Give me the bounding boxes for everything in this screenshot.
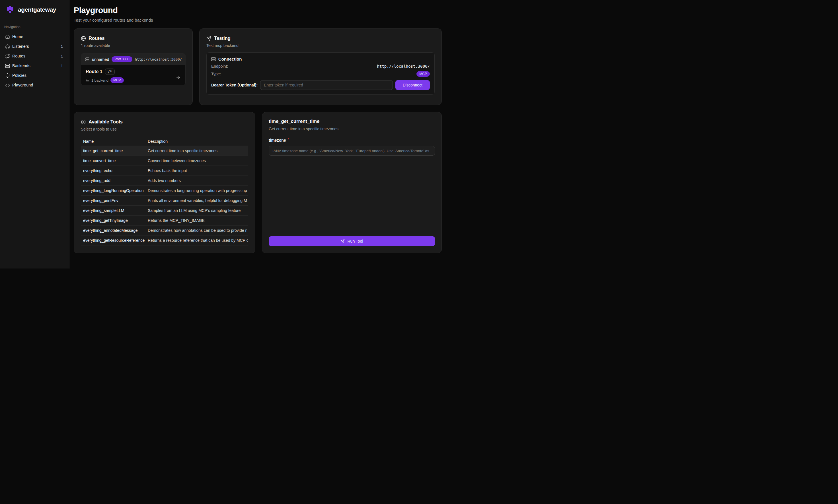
send-icon [341, 239, 345, 244]
tool-row-everything_sampleLLM[interactable]: everything_sampleLLMSamples from an LLM … [81, 205, 248, 216]
tool-description: Demonstrates a long running operation wi… [145, 188, 248, 193]
tool-description: Samples from an LLM using MCP's sampling… [145, 208, 248, 213]
bearer-token-input[interactable] [260, 80, 393, 90]
tool-description: Returns the MCP_TINY_IMAGE [145, 218, 248, 223]
code-icon [5, 83, 10, 88]
sidebar: agentgateway Navigation HomeListeners1Ro… [0, 0, 69, 269]
tool-panel-title: time_get_current_time [269, 119, 435, 124]
nav-divider [2, 94, 69, 94]
arrow-right-icon[interactable] [176, 75, 181, 81]
sidebar-item-backends[interactable]: Backends1 [0, 61, 69, 71]
listener-url: http://localhost:3000/ [135, 57, 182, 61]
tool-row-everything_add[interactable]: everything_addAdds two numbers [81, 176, 248, 186]
server-icon [86, 78, 89, 82]
tool-description: Adds two numbers [145, 178, 248, 183]
endpoint-label: Endpoint: [211, 64, 228, 69]
page-title: Playground [74, 6, 442, 15]
tool-description: Demonstrates how annotations can be used… [145, 228, 248, 233]
route-type-badge: MCP [110, 77, 124, 83]
tool-name: everything_annotatedMessage [81, 228, 145, 233]
testing-card: Testing Test mcp backend Connection Endp… [199, 29, 442, 105]
tools-table-header: Name Description [81, 137, 248, 146]
type-value-badge: MCP [416, 71, 430, 77]
tool-row-time_convert_time[interactable]: time_convert_timeConvert time between ti… [81, 156, 248, 166]
sidebar-item-routes[interactable]: Routes1 [0, 51, 69, 61]
route-path-badge: /* [105, 69, 115, 75]
listener-name: unnamed [92, 57, 109, 62]
tools-table-body: time_get_current_timeGet current time in… [81, 146, 248, 246]
tool-row-everything_getResourceReference[interactable]: everything_getResourceReferenceReturns a… [81, 235, 248, 246]
tool-name: everything_longRunningOperation [81, 188, 145, 193]
route-name: Route 1 [86, 69, 103, 74]
sidebar-item-home[interactable]: Home [0, 32, 69, 41]
sidebar-item-label: Policies [12, 73, 63, 78]
tool-row-everything_printEnv[interactable]: everything_printEnvPrints all environmen… [81, 196, 248, 205]
tool-row-everything_annotatedMessage[interactable]: everything_annotatedMessageDemonstrates … [81, 226, 248, 235]
tool-name: everything_echo [81, 168, 145, 173]
tool-name: time_get_current_time [81, 148, 145, 153]
route-icon [5, 54, 10, 59]
tool-row-everything_getTinyImage[interactable]: everything_getTinyImageReturns the MCP_T… [81, 216, 248, 226]
listener-row[interactable]: unnamed Port 3000 http://localhost:3000/ [81, 53, 185, 65]
tool-row-time_get_current_time[interactable]: time_get_current_timeGet current time in… [81, 146, 248, 156]
tool-detail-panel: time_get_current_time Get current time i… [262, 112, 442, 253]
tool-name: time_convert_time [81, 158, 145, 163]
home-icon [5, 34, 10, 39]
send-icon [206, 36, 211, 41]
brand-name: agentgateway [18, 6, 56, 13]
sidebar-item-label: Backends [12, 64, 58, 68]
sidebar-item-label: Listeners [12, 44, 58, 49]
tool-description: Prints all environment variables, helpfu… [145, 198, 248, 203]
tools-card-subtitle: Select a tools to use [81, 127, 248, 131]
tool-description: Echoes back the input [145, 168, 248, 173]
nav-section-label: Navigation [0, 19, 69, 32]
bearer-token-label: Bearer Token (Optional): [211, 83, 258, 87]
sidebar-item-label: Home [12, 34, 63, 39]
sidebar-item-label: Playground [12, 83, 63, 87]
shield-icon [5, 73, 10, 78]
run-tool-label: Run Tool [347, 239, 363, 244]
timezone-field-label: timezone [269, 138, 286, 143]
available-tools-card: Available Tools Select a tools to use Na… [74, 112, 255, 253]
tool-description: Convert time between timezones [145, 158, 248, 163]
run-tool-button[interactable]: Run Tool [269, 236, 435, 246]
sidebar-item-listeners[interactable]: Listeners1 [0, 41, 69, 51]
type-label: Type: [211, 72, 221, 76]
testing-card-title: Testing [214, 36, 230, 41]
tool-name: everything_getResourceReference [81, 238, 145, 242]
route-row[interactable]: Route 1 /* 1 backend MCP [81, 65, 185, 85]
tool-name: everything_sampleLLM [81, 208, 145, 213]
main-content: Playground Test your configured routes a… [69, 0, 446, 269]
column-header-description: Description [145, 139, 248, 144]
tool-row-everything_longRunningOperation[interactable]: everything_longRunningOperationDemonstra… [81, 186, 248, 196]
headphones-icon [5, 44, 10, 49]
agentgateway-logo-icon [6, 5, 15, 14]
tool-name: everything_getTinyImage [81, 218, 145, 223]
testing-card-subtitle: Test mcp backend [206, 43, 435, 48]
column-header-name: Name [81, 139, 145, 144]
sidebar-item-policies[interactable]: Policies [0, 71, 69, 80]
disconnect-button[interactable]: Disconnect [395, 80, 430, 90]
gear-icon [81, 120, 86, 125]
tools-table: Name Description time_get_current_timeGe… [81, 137, 248, 246]
server-icon [5, 64, 10, 68]
sidebar-item-label: Routes [12, 54, 58, 58]
port-badge: Port 3000 [111, 56, 132, 62]
nav-list: HomeListeners1Routes1Backends1PoliciesPl… [0, 32, 69, 90]
tool-description: Get current time in a specific timezones [145, 148, 248, 153]
tool-name: everything_printEnv [81, 198, 145, 203]
endpoint-value: http://localhost:3000/ [377, 64, 430, 69]
globe-icon [81, 36, 86, 41]
timezone-input[interactable] [269, 146, 435, 156]
tool-description: Returns a resource reference that can be… [145, 238, 248, 242]
routes-card-subtitle: 1 route available [81, 43, 186, 48]
sidebar-item-count: 1 [60, 64, 63, 68]
app-root: agentgateway Navigation HomeListeners1Ro… [0, 0, 446, 269]
routes-card: Routes 1 route available unnamed Port 30… [74, 29, 193, 105]
brand: agentgateway [0, 0, 69, 19]
tool-name: everything_add [81, 178, 145, 183]
sidebar-item-playground[interactable]: Playground [0, 80, 69, 90]
tools-card-title: Available Tools [89, 119, 123, 125]
server-icon [85, 57, 89, 61]
tool-row-everything_echo[interactable]: everything_echoEchoes back the input [81, 166, 248, 176]
